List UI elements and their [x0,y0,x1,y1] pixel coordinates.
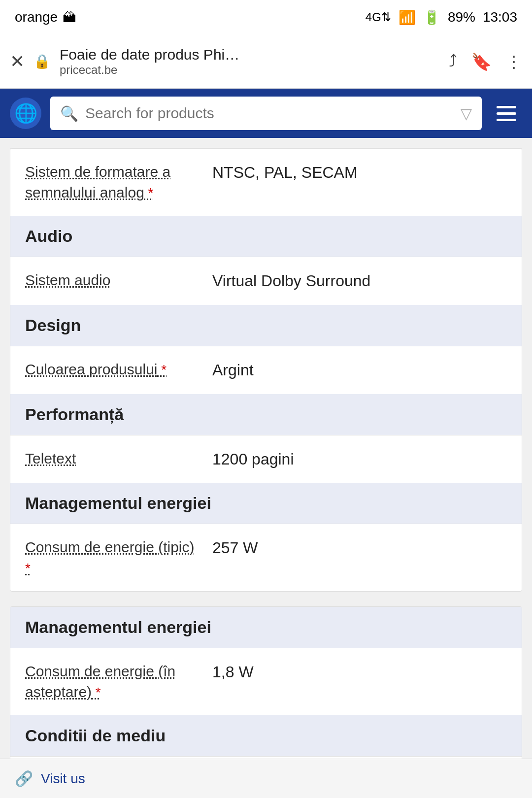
search-icon: 🔍 [60,105,78,122]
share-icon[interactable]: ⤴ [449,52,457,71]
search-input[interactable] [85,105,454,122]
lock-icon: 🔒 [33,53,51,69]
spec-row: Consum de energie (în așteptare) *1,8 W [10,648,522,715]
hamburger-menu-icon[interactable] [491,98,522,129]
system-status: 4G⇅ 📶 🔋 89% 13:03 [366,9,517,26]
spec-section-header: Managementul energiei [10,483,522,524]
spec-section-header: Performanță [10,394,522,435]
spec-section-header: Managementul energiei [10,607,522,648]
more-options-icon[interactable]: ⋮ [505,52,522,71]
spec-value: Argint [212,359,507,381]
browser-actions: ⤴ 🔖 ⋮ [449,52,522,71]
spec-label: Culoarea produsului * [25,359,202,380]
spec-label: Consum de energie (în așteptare) * [25,661,202,702]
search-box[interactable]: 🔍 ▽ [50,97,482,130]
globe-icon[interactable]: 🌐 [10,98,41,129]
battery-icon: 🔋 [423,9,440,26]
carrier-icon: 🏔 [63,9,76,26]
browser-close-button[interactable]: ✕ [10,51,25,72]
signal-bars-icon: 📶 [399,9,416,26]
spec-label: Sistem de formatare a semnalului analog … [25,162,202,203]
page-title: Foaie de date produs Phi… [60,46,440,63]
spec-label: Sistem audio [25,270,202,291]
spec-value: 1,8 W [212,661,507,683]
spec-row: Consum de energie (tipic) *257 W [10,524,522,591]
spec-value: 1200 pagini [212,448,507,470]
spec-section-header: Design [10,305,522,346]
status-bar: orange 🏔 4G⇅ 📶 🔋 89% 13:03 [0,0,532,34]
required-asterisk: * [158,362,167,377]
required-asterisk: * [25,561,31,576]
bookmark-icon[interactable]: 🔖 [471,52,492,71]
visit-us-label[interactable]: Visit us [41,771,85,787]
page-domain: pricecat.be [60,63,440,77]
specs-card-1: Sistem de formatare a semnalului analog … [10,148,522,592]
spec-row: Sistem de formatare a semnalului analog … [10,148,522,216]
filter-icon[interactable]: ▽ [461,105,472,122]
share-visit-icon[interactable]: 🔗 [15,770,33,787]
spec-row: Culoarea produsului *Argint [10,346,522,394]
required-asterisk: * [144,185,154,200]
spec-label: Teletext [25,448,202,469]
spec-row: Teletext1200 pagini [10,435,522,483]
browser-bar: ✕ 🔒 Foaie de date produs Phi… pricecat.b… [0,34,532,89]
content-area: Sistem de formatare a semnalului analog … [0,138,532,798]
spec-section-header: Conditii de mediu [10,715,522,756]
spec-section-header: Audio [10,216,522,257]
browser-title-block: Foaie de date produs Phi… pricecat.be [60,46,440,77]
required-asterisk: * [92,685,101,700]
spec-value: 257 W [212,537,507,559]
carrier-name: orange [15,9,58,25]
network-icon: 4G⇅ [366,10,391,24]
carrier-info: orange 🏔 [15,9,76,26]
clock: 13:03 [483,9,517,25]
spec-value: Virtual Dolby Surround [212,270,507,292]
spec-label: Consum de energie (tipic) * [25,537,202,578]
spec-row: Sistem audioVirtual Dolby Surround [10,257,522,305]
nav-bar: 🌐 🔍 ▽ [0,89,532,138]
spec-value: NTSC, PAL, SECAM [212,162,507,184]
battery-level: 89% [448,9,475,25]
bottom-bar: 🔗 Visit us [0,759,532,798]
